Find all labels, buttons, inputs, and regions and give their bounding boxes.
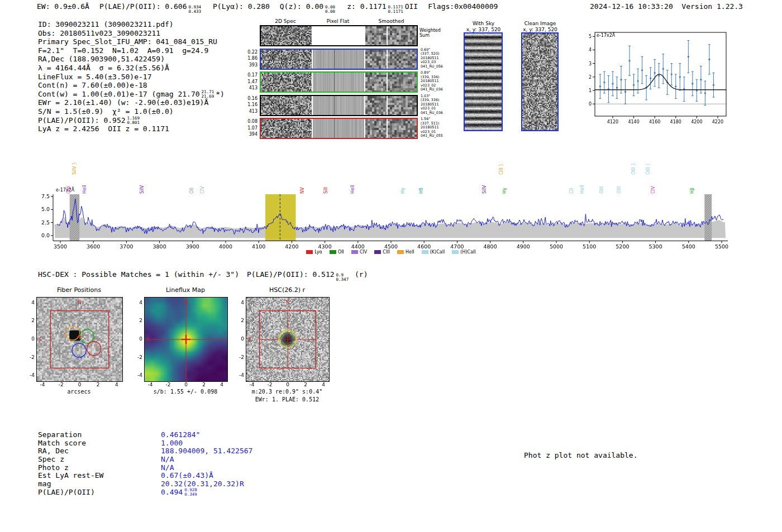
- tick-label: -4: [37, 382, 48, 387]
- pixel-flat-image: [313, 96, 364, 115]
- legend-swatch: [306, 250, 313, 254]
- tick-label: -2: [25, 354, 35, 360]
- lineflux-map-overlay: NE: [145, 298, 227, 381]
- col-header-pixelflat: Pixel Flat: [312, 18, 364, 24]
- emission-line-label: SiIV }: [72, 162, 78, 175]
- spec2d-cutout-stack: WeightedSum0.221.863930.69"(337, 520)201…: [260, 25, 418, 142]
- match-value: 188.904009, 51.422567: [161, 447, 252, 455]
- legend-swatch: [374, 250, 381, 254]
- seeing-stats: F=2.1" T=0.152 N=1.02 A=0.91 g=24.9: [38, 46, 225, 55]
- emission-line-label: Hγ: [400, 188, 406, 194]
- spectrum-legend: LyαOIICIVCIIIHeII(K)CaII(H)CaII: [235, 250, 547, 255]
- flags-summary: Flags:0x00400009: [428, 2, 498, 11]
- catalog-match-table: Separation0.461284"Match score1.000RA, D…: [38, 430, 252, 496]
- emission-line-label: NV: [300, 188, 306, 194]
- spec2d-meta-line: 041_RU_055: [421, 134, 443, 138]
- emission-line-label: CIV: [200, 186, 206, 194]
- emission-line-label: HeII: [580, 185, 585, 194]
- tick-label: -2: [234, 354, 244, 360]
- compass-north-label: N: [286, 300, 290, 305]
- match-label: Match score: [38, 439, 161, 447]
- spec2d-weight-value: 1.86: [244, 55, 258, 62]
- rest-ew: EWr = 2.10(±1.40) (w: -2.90(±0.03)e19)Å: [38, 98, 225, 107]
- emission-line-label: OIII }: [631, 163, 637, 175]
- table-row: P(LAE)/P(OII)0.4940.9280.349: [38, 488, 252, 496]
- clean-image: [521, 32, 559, 131]
- fiber-circle: [101, 347, 115, 361]
- fiber-circle: [59, 318, 73, 332]
- fiber-circle: [66, 361, 80, 375]
- wavelength-sigma: λ = 4164.44Å σ = 6.32(±5.56)Å: [38, 64, 225, 73]
- tick-label: 2: [300, 382, 311, 387]
- elixer-report-page: EW: 0.9±0.6Å P(LAE)/P(OII): 0.6060.9340.…: [0, 0, 782, 532]
- emission-line-label: OIII }: [646, 163, 651, 175]
- weighted-sum-line: Sum: [419, 33, 441, 38]
- hsc-cutout-panel: NE -4-4-2-2002244: [246, 297, 330, 382]
- match-label: Est LyA rest-EW: [38, 471, 161, 480]
- smoothed-image: [365, 119, 417, 138]
- spec2d-weight-value: 0.17: [244, 72, 258, 79]
- spec2d-image: [261, 119, 312, 138]
- fiber-circle: [66, 304, 80, 318]
- tick-label: -2: [55, 382, 66, 387]
- fiber-circle: [59, 347, 73, 361]
- pixel-flat-image: [313, 119, 364, 138]
- emission-line-label: OIII: [617, 186, 622, 194]
- match-label: Spec z: [38, 455, 161, 463]
- match-value: 0.67(±0.43)Å: [161, 471, 213, 480]
- ew-summary: EW: 0.9±0.6Å: [37, 2, 89, 11]
- legend-label: HeII: [406, 250, 414, 255]
- fiber-xlabel: arcsecs: [36, 389, 122, 395]
- plae-value: 0.606: [165, 2, 187, 11]
- spec2d-row-weights: 0.161.16413: [244, 95, 258, 115]
- hscdex-plae: P(LAE)/P(OII): 0.5120.90.347 (r): [247, 270, 368, 282]
- spec2d-weight-value: 1.16: [244, 102, 258, 108]
- compass-east-label: E: [147, 337, 150, 342]
- table-row: mag20.32(20.31,20.32)R: [38, 480, 252, 488]
- match-label: P(LAE)/P(OII): [38, 488, 161, 496]
- tick-label: -4: [145, 382, 156, 387]
- spec2d-row: [260, 118, 418, 139]
- emission-line-label: SiII: [323, 187, 329, 194]
- spec2d-weight-value: 393: [244, 62, 258, 69]
- fiber-circle: [80, 361, 94, 375]
- fiber-positions-title: Fiber Positions: [36, 286, 122, 294]
- legend-label: CIII: [383, 250, 390, 255]
- clean-image-title-text: Clean Image: [515, 21, 565, 27]
- weighted-sum-label: WeightedSum: [419, 28, 441, 38]
- tick-label: 0: [282, 382, 293, 387]
- with-sky-image: [464, 32, 503, 131]
- pixel-flat-image: [313, 26, 364, 45]
- legend-swatch: [351, 250, 358, 254]
- hscdex-match-summary: HSC-DEX : Possible Matches = 1 (within +…: [38, 270, 368, 282]
- spec2d-row: [260, 25, 418, 46]
- legend-item: Lyα: [306, 250, 322, 255]
- legend-label: Lyα: [314, 250, 322, 255]
- spec2d-weight-value: 1.47: [244, 79, 258, 85]
- emission-line-label: Hδ: [419, 188, 425, 194]
- table-row: Match score1.000: [38, 439, 252, 447]
- table-row: Photo zN/A: [38, 463, 252, 472]
- hscdex-filter: (r): [355, 270, 368, 279]
- lineflux-map-panel: NE -4-4-2-2002244: [144, 297, 228, 382]
- spec2d-weight-value: 0.08: [244, 118, 258, 125]
- spec2d-weight-value: 0.16: [244, 95, 258, 102]
- hsc-caption-1: m:20.3 re:0.9" s:0.4": [239, 389, 335, 395]
- tick-label: 2: [25, 318, 35, 323]
- compass-east-label: E: [249, 337, 252, 342]
- tick-label: 2: [198, 382, 209, 387]
- tick-label: 4: [25, 300, 35, 305]
- table-row: Spec zN/A: [38, 455, 252, 463]
- legend-label: (K)CaII: [430, 250, 445, 255]
- fiber-circle: [44, 347, 58, 361]
- header-summary: EW: 0.9±0.6Å P(LAE)/P(OII): 0.6060.9340.…: [37, 2, 498, 14]
- table-row: Separation0.461284": [38, 430, 252, 439]
- spec2d-row-weights: 0.221.86393: [244, 49, 258, 69]
- legend-item: CIV: [351, 250, 367, 255]
- col-header-smoothed: Smoothed: [365, 18, 418, 24]
- tick-label: 2: [234, 318, 244, 323]
- fiber-positions-overlay: NE: [37, 298, 122, 381]
- tick-label: -4: [234, 372, 244, 378]
- pixel-flat-image: [313, 50, 364, 69]
- emission-line-label: SiIV: [140, 185, 145, 194]
